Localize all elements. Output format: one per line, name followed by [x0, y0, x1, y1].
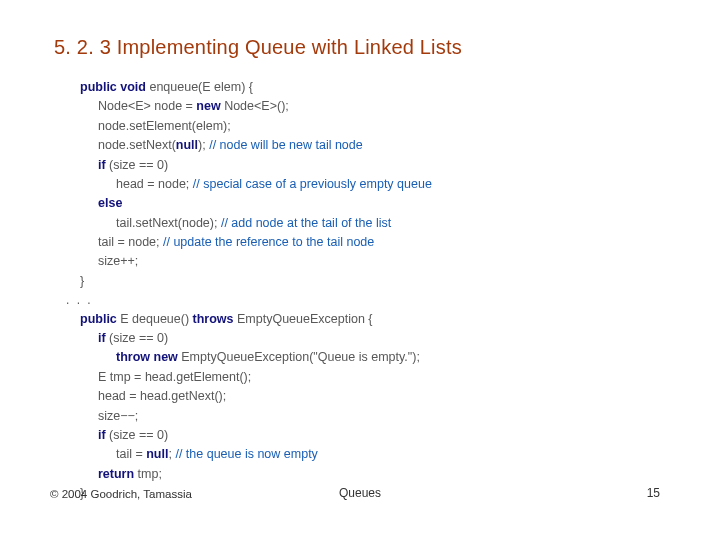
text: (size == 0) [106, 428, 169, 442]
text: head = node; [116, 177, 193, 191]
code-listing: public void enqueue(E elem) { Node<E> no… [80, 78, 432, 503]
kw: if [98, 428, 106, 442]
kw: return [98, 467, 134, 481]
comment: // node will be new tail node [209, 138, 363, 152]
kw: public [80, 312, 117, 326]
text: EmptyQueueException("Queue is empty."); [178, 350, 420, 364]
text: } [80, 274, 84, 288]
footer-title: Queues [0, 486, 720, 500]
ellipsis: . . . [66, 293, 93, 307]
text: tail = node; [98, 235, 163, 249]
text: size−−; [98, 409, 138, 423]
kw: null [146, 447, 168, 461]
kw: public void [80, 80, 146, 94]
text: head = head.getNext(); [98, 389, 226, 403]
text: Node<E> node = [98, 99, 196, 113]
kw: if [98, 331, 106, 345]
comment: // add node at the tail of the list [221, 216, 391, 230]
text: tail.setNext(node); [116, 216, 221, 230]
comment: // update the reference to the tail node [163, 235, 374, 249]
text: EmptyQueueException { [234, 312, 373, 326]
text: node.setNext( [98, 138, 176, 152]
kw: null [176, 138, 198, 152]
kw: new [196, 99, 220, 113]
text: E dequeue() [117, 312, 193, 326]
text: ); [198, 138, 209, 152]
slide-title: 5. 2. 3 Implementing Queue with Linked L… [54, 36, 462, 59]
text: size++; [98, 254, 138, 268]
kw: throws [193, 312, 234, 326]
text: Node<E>(); [221, 99, 289, 113]
comment: // the queue is now empty [175, 447, 317, 461]
text: (size == 0) [106, 331, 169, 345]
kw: throw new [116, 350, 178, 364]
text: E tmp = head.getElement(); [98, 370, 251, 384]
kw: if [98, 158, 106, 172]
comment: // special case of a previously empty qu… [193, 177, 432, 191]
kw: else [98, 196, 122, 210]
text: node.setElement(elem); [98, 119, 231, 133]
text: tmp; [134, 467, 162, 481]
page-number: 15 [647, 486, 660, 500]
text: tail = [116, 447, 146, 461]
text: enqueue(E elem) { [146, 80, 253, 94]
text: (size == 0) [106, 158, 169, 172]
